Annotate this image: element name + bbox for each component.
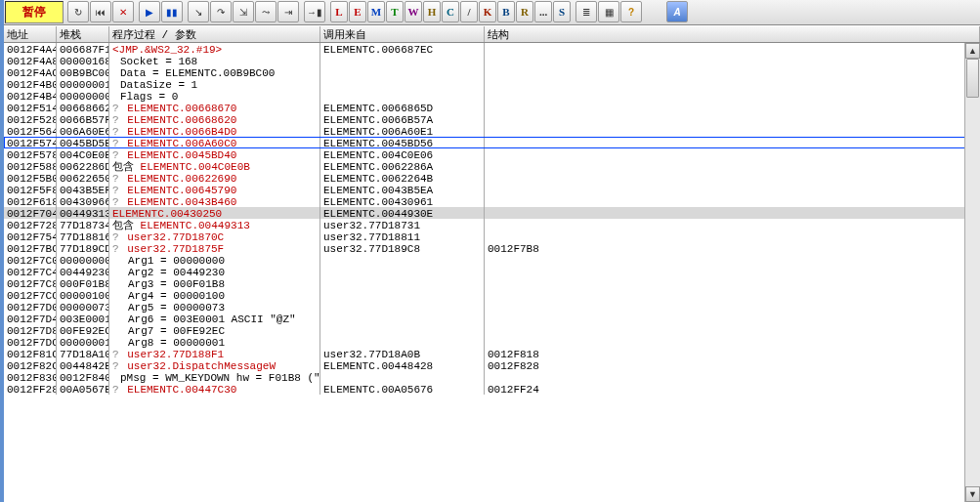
- memory-window-button[interactable]: M: [367, 1, 385, 22]
- table-row[interactable]: 0012F82C0044842E? user32.DispatchMessage…: [4, 359, 980, 371]
- cell-struct: [485, 254, 980, 266]
- table-row[interactable]: 0012F5F80043B5EF? ELEMENTC.00645790ELEME…: [4, 184, 980, 195]
- cell-stack: 00000000: [57, 90, 109, 102]
- pause-icon[interactable]: ▮▮: [161, 1, 183, 22]
- cpu-window-button[interactable]: C: [442, 1, 459, 22]
- table-row[interactable]: 0012F7C8000F01B8Arg3 = 000F01B8: [4, 277, 980, 289]
- cell-proc: <JMP.&WS2_32.#19>: [109, 43, 320, 55]
- references-window-button[interactable]: R: [516, 1, 533, 22]
- header-call[interactable]: 调用来自: [320, 26, 485, 42]
- header-address[interactable]: 地址: [4, 26, 57, 42]
- step-over-icon[interactable]: ↷: [210, 1, 232, 22]
- cell-proc: ? ELEMENTC.0066B4D0: [109, 125, 320, 137]
- appearance-icon[interactable]: A: [666, 1, 688, 22]
- scroll-track[interactable]: [965, 59, 980, 486]
- cell-struct: [485, 78, 980, 90]
- cell-address: 0012F4A4: [4, 43, 57, 55]
- cell-address: 0012F574: [4, 137, 57, 148]
- table-row[interactable]: 0012F70400449313ELEMENTC.00430250ELEMENT…: [4, 207, 980, 219]
- column-headers: 地址 堆栈 程序过程 / 参数 调用来自 结构: [4, 25, 980, 43]
- cell-stack: 00449313: [57, 207, 109, 219]
- threads-window-button[interactable]: T: [386, 1, 404, 22]
- run-icon[interactable]: ▶: [139, 1, 160, 22]
- breakpoints-window-button[interactable]: B: [497, 1, 515, 22]
- help-icon[interactable]: ?: [620, 1, 642, 22]
- options2-icon[interactable]: ▦: [598, 1, 619, 22]
- cell-address: 0012F528: [4, 113, 57, 125]
- modules-window-button[interactable]: E: [349, 1, 366, 22]
- table-row[interactable]: 0012F8300012F840pMsg = WM_KEYDOWN hw = F…: [4, 371, 980, 383]
- table-row[interactable]: 0012F4B000000001DataSize = 1: [4, 78, 980, 90]
- table-row[interactable]: 0012F4A4006687F1<JMP.&WS2_32.#19>ELEMENT…: [4, 43, 980, 55]
- trace-into-icon[interactable]: ⇲: [233, 1, 254, 22]
- table-row[interactable]: 0012FF2800A0567B? ELEMENTC.00447C30ELEME…: [4, 383, 980, 395]
- cell-proc: ELEMENTC.00430250: [109, 207, 320, 219]
- windows-window-button[interactable]: W: [405, 1, 422, 22]
- table-row[interactable]: 0012F5280066B57F? ELEMENTC.00668620ELEME…: [4, 113, 980, 125]
- table-row[interactable]: 0012F7BC77D189CD? user32.77D1875Fuser32.…: [4, 242, 980, 254]
- table-row[interactable]: 0012F7C000000000Arg1 = 00000000: [4, 254, 980, 266]
- cell-stack: 00FE92EC: [57, 324, 109, 336]
- cell-address: 0012F5B0: [4, 172, 57, 184]
- header-struct[interactable]: 结构: [485, 26, 980, 42]
- table-row[interactable]: 0012F75477D18816? user32.77D1870Cuser32.…: [4, 230, 980, 242]
- cell-proc: ? user32.77D188F1: [109, 348, 320, 359]
- vertical-scrollbar[interactable]: ▲ ▼: [964, 43, 980, 502]
- table-row[interactable]: 0012F4B400000000Flags = 0: [4, 90, 980, 102]
- patches-window-button[interactable]: /: [460, 1, 478, 22]
- scroll-down-icon[interactable]: ▼: [965, 486, 980, 502]
- header-stack[interactable]: 堆栈: [57, 26, 109, 42]
- cell-struct: [485, 184, 980, 195]
- header-proc[interactable]: 程序过程 / 参数: [109, 26, 320, 42]
- table-row[interactable]: 0012F81C77D18A10? user32.77D188F1user32.…: [4, 348, 980, 359]
- table-row[interactable]: 0012F578004C0E0B? ELEMENTC.0045BD40ELEME…: [4, 148, 980, 160]
- trace-over-icon[interactable]: ⤳: [255, 1, 277, 22]
- table-row[interactable]: 0012F7CC00000100Arg4 = 00000100: [4, 289, 980, 301]
- cell-struct: [485, 230, 980, 242]
- cell-stack: 0066B57F: [57, 113, 109, 125]
- restart-icon[interactable]: ↻: [67, 1, 89, 22]
- callstack-window-button[interactable]: K: [479, 1, 496, 22]
- run-till-ret-icon[interactable]: ⇥: [277, 1, 299, 22]
- cell-struct: [485, 125, 980, 137]
- step-back-icon[interactable]: ⏮: [90, 1, 111, 22]
- cell-address: 0012F578: [4, 148, 57, 160]
- handles-window-button[interactable]: H: [423, 1, 441, 22]
- cell-call: ELEMENTC.0045BD56: [320, 137, 485, 148]
- options1-icon[interactable]: ≣: [575, 1, 597, 22]
- table-row[interactable]: 0012F51400668662? ELEMENTC.00668670ELEME…: [4, 102, 980, 113]
- close-icon[interactable]: ✕: [112, 1, 134, 22]
- cell-stack: 006687F1: [57, 43, 109, 55]
- cell-call: ELEMENTC.006687EC: [320, 43, 485, 55]
- log-window-button[interactable]: L: [330, 1, 348, 22]
- table-row[interactable]: 0012F61800430966? ELEMENTC.0043B460ELEME…: [4, 195, 980, 207]
- table-row[interactable]: 0012F5740045BD5B? ELEMENTC.006A60C0ELEME…: [4, 137, 980, 148]
- table-row[interactable]: 0012F7D4003E0001Arg6 = 003E0001 ASCII "@…: [4, 313, 980, 324]
- goto-icon[interactable]: →▮: [304, 1, 325, 22]
- table-row[interactable]: 0012F7C400449230Arg2 = 00449230: [4, 266, 980, 277]
- table-row[interactable]: 0012F72877D18734包含 ELEMENTC.00449313user…: [4, 219, 980, 230]
- table-row[interactable]: 0012F7D800FE92ECArg7 = 00FE92EC: [4, 324, 980, 336]
- table-row[interactable]: 0012F7D000000073Arg5 = 00000073: [4, 301, 980, 313]
- table-row[interactable]: 0012F4A800000168Socket = 168: [4, 55, 980, 66]
- step-into-icon[interactable]: ↘: [188, 1, 209, 22]
- cell-call: ELEMENTC.00A05676: [320, 383, 485, 395]
- callstack-grid[interactable]: 0012F4A4006687F1<JMP.&WS2_32.#19>ELEMENT…: [4, 43, 980, 502]
- cell-call: ELEMENTC.0062264B: [320, 172, 485, 184]
- window-buttons: L E M T W H C / K B R ... S: [330, 1, 571, 23]
- table-row[interactable]: 0012F564006A60E6? ELEMENTC.0066B4D0ELEME…: [4, 125, 980, 137]
- table-row[interactable]: 0012F5B000622650? ELEMENTC.00622690ELEME…: [4, 172, 980, 184]
- table-row[interactable]: 0012F5880062286D包含 ELEMENTC.004C0E0BELEM…: [4, 160, 980, 172]
- runtrace-window-button[interactable]: ...: [534, 1, 552, 22]
- scroll-up-icon[interactable]: ▲: [965, 43, 980, 59]
- cell-stack: 77D189CD: [57, 242, 109, 254]
- cell-call: [320, 55, 485, 66]
- cell-proc: pMsg = WM_KEYDOWN hw = F01B8 ("El…: [109, 371, 320, 383]
- source-window-button[interactable]: S: [553, 1, 571, 22]
- cell-struct: [485, 43, 980, 55]
- cell-call: [320, 78, 485, 90]
- scroll-thumb[interactable]: [966, 59, 979, 98]
- table-row[interactable]: 0012F7DC00000001Arg8 = 00000001: [4, 336, 980, 348]
- cell-struct: 0012FF24: [485, 383, 980, 395]
- table-row[interactable]: 0012F4AC00B9BC00Data = ELEMENTC.00B9BC00: [4, 66, 980, 78]
